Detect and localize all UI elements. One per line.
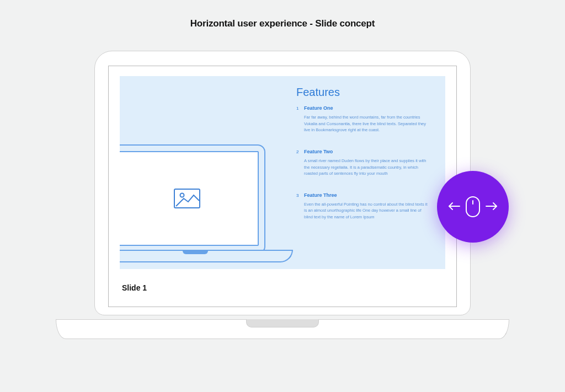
feature-title: Feature One (304, 105, 429, 111)
laptop-mockup: Features 1 Feature One Far far away, beh… (94, 51, 471, 315)
mini-laptop-notch (183, 250, 208, 254)
laptop-screen: Features 1 Feature One Far far away, beh… (108, 66, 457, 307)
mini-laptop-body (120, 144, 265, 253)
feature-title: Feature Two (304, 149, 429, 154)
horizontal-scroll-indicator[interactable] (437, 171, 509, 243)
feature-body: Even the all-powerful Pointing has no co… (304, 201, 429, 221)
laptop-hinge-notch (246, 319, 319, 327)
arrow-left-icon (448, 202, 460, 212)
laptop-base (56, 319, 509, 339)
svg-rect-0 (174, 189, 200, 208)
feature-number: 2 (296, 149, 299, 154)
feature-number: 3 (296, 193, 299, 198)
slide-canvas[interactable]: Features 1 Feature One Far far away, beh… (120, 76, 445, 269)
feature-item-1: 1 Feature One Far far away, behind the w… (296, 105, 429, 133)
feature-title: Feature Three (304, 192, 429, 198)
feature-item-2: 2 Feature Two A small river named Duden … (296, 149, 429, 177)
features-title: Features (296, 86, 429, 99)
mini-laptop-screen (120, 151, 259, 246)
feature-number: 1 (296, 106, 299, 111)
slide-illustration-laptop (120, 141, 285, 268)
mini-laptop-base (120, 250, 293, 262)
page-heading: Horizontal user experience - Slide conce… (0, 18, 565, 29)
arrow-right-icon (486, 202, 498, 212)
image-placeholder-icon (174, 189, 200, 208)
features-column: Features 1 Feature One Far far away, beh… (296, 86, 429, 236)
svg-point-1 (180, 194, 184, 197)
feature-item-3: 3 Feature Three Even the all-powerful Po… (296, 192, 429, 221)
slide-label: Slide 1 (122, 283, 147, 292)
mouse-scroll-icon (466, 196, 480, 217)
feature-body: A small river named Duden flows by their… (304, 158, 429, 177)
feature-body: Far far away, behind the word mountains,… (304, 114, 429, 133)
